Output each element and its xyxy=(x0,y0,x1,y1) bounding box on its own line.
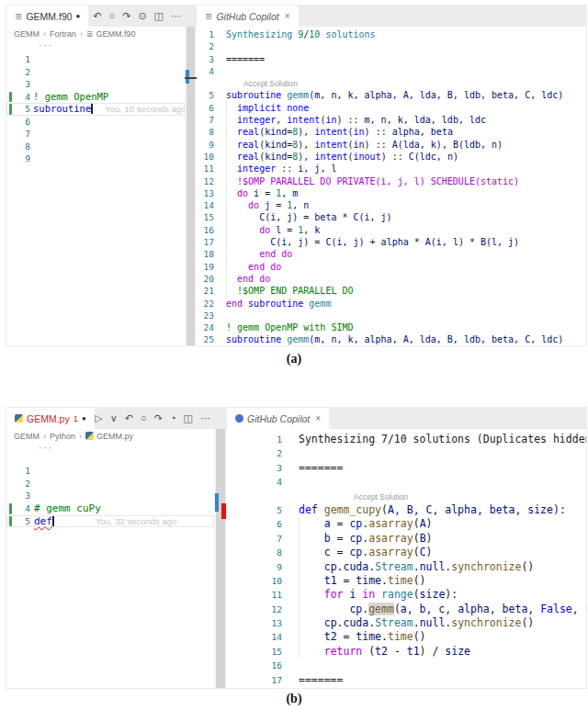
close-icon[interactable]: × xyxy=(285,11,290,21)
line-number: 7 xyxy=(197,114,214,126)
code-line[interactable]: 6 implicit none xyxy=(197,102,586,114)
code-line[interactable]: 16 do l = 1, k xyxy=(197,224,586,236)
scrollbar-slider[interactable] xyxy=(216,429,225,688)
code-line[interactable]: 5defYou, 32 seconds ago xyxy=(6,515,214,528)
folded-code-ellipsis[interactable]: ··· xyxy=(6,443,214,454)
editor-tab-bar: GEMM.py 1 ● ▷∨↶○↷◔◫⋯ xyxy=(6,408,214,429)
code-line[interactable]: 1 xyxy=(6,53,185,66)
line-number: 14 xyxy=(197,199,214,211)
code-line[interactable]: 17 C(i, j) = C(i, j) + alpha * A(i, l) *… xyxy=(197,236,586,248)
breadcrumb-item[interactable]: GEMM xyxy=(14,432,40,441)
code-line[interactable]: 11 integer :: i, j, l xyxy=(197,163,586,175)
code-line[interactable]: 9 real(kind=8), intent(in) :: A(lda, k),… xyxy=(197,139,586,151)
copilot-status-icon[interactable]: ⊙ xyxy=(138,6,146,27)
prev-change-icon[interactable]: ○ xyxy=(141,408,147,429)
breadcrumb-item[interactable]: ≣GEMM.f90 xyxy=(86,29,136,39)
tab-gemm-f90[interactable]: ≣ GEMM.f90 ● xyxy=(6,6,88,27)
code-line[interactable]: 23 xyxy=(197,310,586,321)
split-editor-icon[interactable]: ◫ xyxy=(184,408,193,429)
code-line[interactable]: 18 end do xyxy=(197,248,586,260)
prev-change-icon[interactable]: ○ xyxy=(109,6,116,27)
scrollbar[interactable] xyxy=(185,27,197,345)
code-line[interactable]: 17======= xyxy=(227,673,586,687)
code-line[interactable]: 25subroutine gemm(m, n, k, alpha, A, lda… xyxy=(197,333,586,345)
tab-github-copilot[interactable]: GitHub Copilot × xyxy=(227,408,329,429)
code-line[interactable]: 6 a = cp.asarray(A) xyxy=(227,517,586,531)
code-line[interactable]: 19 end do xyxy=(197,261,586,273)
compare-changes-icon[interactable]: ↶ xyxy=(93,6,101,27)
code-line[interactable]: 1 xyxy=(6,465,214,478)
code-line[interactable]: 7 b = cp.asarray(B) xyxy=(227,532,586,546)
code-line[interactable]: 2 xyxy=(6,66,185,79)
code-line[interactable]: 7 integer, intent(in) :: m, n, k, lda, l… xyxy=(197,114,586,126)
code-line[interactable]: 13 do i = 1, m xyxy=(197,187,586,199)
codelens-accept-solution[interactable]: Accept Solution xyxy=(243,79,298,88)
code-line[interactable]: 22end subroutine gemm xyxy=(197,298,586,310)
code-line[interactable]: 3======= xyxy=(197,53,586,65)
code-text: ! gemm OpenMP with SIMD xyxy=(226,321,353,333)
breadcrumb-item[interactable]: Fortran xyxy=(50,29,76,39)
code-line[interactable]: 24! gemm OpenMP with SIMD xyxy=(197,321,586,333)
code-line[interactable]: 4 xyxy=(227,475,586,489)
code-line[interactable]: 2 xyxy=(6,478,214,490)
code-line[interactable]: 7 xyxy=(6,128,185,141)
scrollbar[interactable] xyxy=(214,429,227,688)
code-line[interactable]: 13 cp.cuda.Stream.null.synchronize() xyxy=(227,616,586,630)
code-line[interactable]: 14 do j = 1, n xyxy=(197,199,586,211)
code-line[interactable]: 15 C(i, j) = beta * C(i, j) xyxy=(197,211,586,223)
code-text: real(kind=8), intent(in) :: A(lda, k), B… xyxy=(226,139,503,151)
breadcrumb-item[interactable]: GEMM xyxy=(14,29,40,39)
code-line[interactable]: 8 xyxy=(6,141,185,153)
code-line[interactable]: 3======= xyxy=(227,461,586,475)
code-line[interactable]: 5def gemm_cupy(A, B, C, alpha, beta, siz… xyxy=(227,503,586,517)
code-line[interactable]: 5subroutine gemm(m, n, k, alpha, A, lda,… xyxy=(197,89,586,101)
code-text: ======= xyxy=(299,461,343,475)
breadcrumb-item[interactable]: Python xyxy=(50,432,75,441)
code-line[interactable]: 2 xyxy=(227,446,586,460)
code-line[interactable]: 9 xyxy=(6,152,185,165)
code-line[interactable]: 20 end do xyxy=(197,273,586,285)
code-line[interactable]: 15 return (t2 - t1) / size xyxy=(227,645,586,659)
code-line[interactable]: 21 !$OMP END PARALLEL DO xyxy=(197,285,586,297)
code-line[interactable]: 10 real(kind=8), intent(inout) :: C(ldc,… xyxy=(197,151,586,163)
split-editor-icon[interactable]: ◫ xyxy=(154,6,164,27)
editor-actions-toolbar: ↶○↷⊙◫⋯ xyxy=(93,6,181,27)
folded-code-ellipsis[interactable]: ··· xyxy=(6,40,185,51)
codelens-row: Accept Solution xyxy=(227,490,586,503)
history-icon[interactable]: ◔ xyxy=(170,408,176,429)
code-line[interactable]: 8 real(kind=8), intent(in) :: alpha, bet… xyxy=(197,126,586,138)
code-line[interactable]: 1Synthesizing 7/10 solutions (Duplicates… xyxy=(227,433,586,446)
compare-changes-icon[interactable]: ↶ xyxy=(125,408,133,429)
code-line[interactable]: 4 xyxy=(197,65,586,77)
more-actions-icon[interactable]: ⋯ xyxy=(200,408,210,429)
code-line[interactable]: 3 xyxy=(6,490,214,502)
modified-gutter-marker xyxy=(9,516,12,527)
code-line[interactable]: 2 xyxy=(197,40,586,52)
run-dropdown-icon[interactable]: ∨ xyxy=(110,408,118,429)
code-line[interactable]: 9 cp.cuda.Stream.null.synchronize() xyxy=(227,560,586,574)
code-line[interactable]: 4# gemm cuPy xyxy=(6,502,214,515)
next-change-icon[interactable]: ↷ xyxy=(154,408,163,429)
tab-github-copilot[interactable]: ≣ GitHub Copilot × xyxy=(197,6,299,27)
code-line[interactable]: 10 t1 = time.time() xyxy=(227,574,586,588)
code-line[interactable]: 12 cp.gemm(a, b, c, alpha, beta, False, … xyxy=(227,603,586,616)
next-change-icon[interactable]: ↷ xyxy=(122,6,130,27)
run-button[interactable]: ▷ xyxy=(95,408,102,429)
code-line[interactable]: 8 c = cp.asarray(C) xyxy=(227,546,586,559)
code-line[interactable]: 16 xyxy=(227,659,586,672)
code-line[interactable]: 14 t2 = time.time() xyxy=(227,630,586,644)
code-line[interactable]: 4! gemm OpenMP xyxy=(6,91,185,104)
codelens-accept-solution[interactable]: Accept Solution xyxy=(354,492,408,502)
code-line[interactable]: 12 !$OMP PARALLEL DO PRIVATE(i, j, l) SC… xyxy=(197,175,586,187)
code-line[interactable]: 1Synthesizing 9/10 solutions xyxy=(197,28,586,40)
modified-gutter-marker xyxy=(9,92,12,103)
close-icon[interactable]: × xyxy=(315,413,321,423)
code-line[interactable]: 3 xyxy=(6,78,185,91)
more-actions-icon[interactable]: ⋯ xyxy=(171,6,181,27)
tab-gemm-py[interactable]: GEMM.py 1 ● xyxy=(6,408,95,429)
breadcrumb-item[interactable]: GEMM.py xyxy=(85,432,133,441)
code-line[interactable]: 11 for i in range(size): xyxy=(227,588,586,602)
code-line[interactable]: 5subroutineYou, 10 seconds ago xyxy=(6,103,185,116)
copilot-panel: GitHub Copilot × 1Synthesizing 7/10 solu… xyxy=(227,408,586,688)
code-line[interactable]: 6 xyxy=(6,116,185,129)
